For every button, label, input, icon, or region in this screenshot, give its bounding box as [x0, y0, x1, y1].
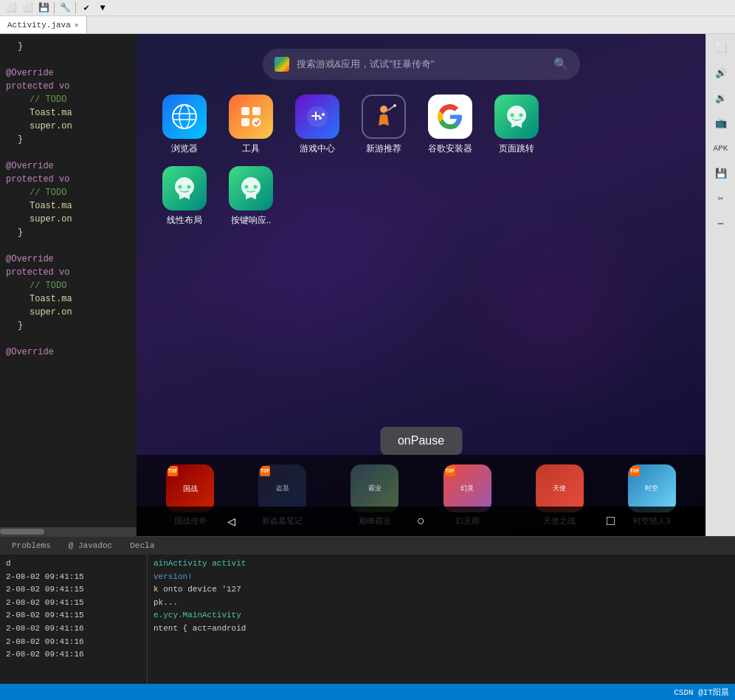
browser-icon: [162, 95, 207, 139]
app-page-jump[interactable]: 页面跳转: [483, 95, 550, 155]
code-line: }: [0, 133, 137, 146]
tab-problems[interactable]: Problems: [6, 540, 57, 552]
screen-btn[interactable]: 📺: [711, 113, 731, 134]
status-left: [6, 687, 11, 696]
log-left-line: d: [6, 557, 141, 571]
on-pause-overlay: onPause: [380, 427, 462, 455]
tools-label: 工具: [242, 143, 260, 155]
log-area: d 2-08-02 09:41:15 2-08-02 09:41:15 2-08…: [0, 555, 735, 684]
log-right-2: version!: [153, 571, 729, 584]
code-line: [0, 332, 137, 346]
svg-rect-6: [241, 118, 249, 126]
code-line: // TODO: [0, 279, 137, 292]
app-button-response[interactable]: 按键响应..: [218, 166, 284, 227]
app-game-center[interactable]: 游戏中心: [284, 95, 351, 155]
svg-rect-4: [241, 107, 249, 115]
search-bar[interactable]: 搜索游戏&应用，试试"狂暴传奇" 🔍: [263, 49, 580, 80]
code-panel: } @Override protected vo // TODO Toast.m…: [0, 34, 137, 536]
log-right-3: k onto device '127: [153, 583, 729, 597]
timestamp: 2-08-02 09:41:16: [6, 637, 84, 646]
toolbar-sep-2: [75, 2, 76, 14]
app-new-games[interactable]: 新游推荐: [351, 95, 417, 155]
browser-label: 浏览器: [171, 143, 198, 155]
tab-close-icon[interactable]: ✕: [75, 21, 79, 30]
timestamp: 2-08-02 09:41:15: [6, 611, 84, 620]
svg-point-17: [179, 185, 182, 189]
svg-point-12: [319, 117, 322, 120]
code-line: super.on: [0, 306, 137, 319]
toolbar-icon-2[interactable]: ⬜: [21, 1, 34, 15]
app-tools[interactable]: 工具: [218, 95, 284, 155]
dock-icon-game1: 国战 TOF: [166, 464, 214, 512]
svg-rect-10: [315, 111, 317, 120]
dock-icon-game4: 幻灵 TOF: [444, 464, 491, 512]
tab-declaration[interactable]: Decla: [124, 540, 160, 552]
search-logo-icon: [275, 57, 289, 72]
tab-javadoc[interactable]: @ Javadoc: [63, 540, 118, 552]
code-line-protected3: protected vo: [0, 266, 137, 279]
code-line: }: [0, 40, 137, 53]
h-scroll-thumb[interactable]: [0, 529, 44, 535]
volume-down-btn[interactable]: 🔉: [711, 88, 731, 109]
game-center-label: 游戏中心: [300, 143, 335, 155]
app-browser[interactable]: 浏览器: [151, 95, 218, 155]
code-h-scroll[interactable]: [0, 527, 137, 536]
app-linear-layout[interactable]: 线性布局: [151, 166, 218, 227]
tab-activity-java[interactable]: Activity.java ✕: [0, 16, 87, 33]
toolbar-sep-1: [54, 2, 55, 14]
timestamp: 2-08-02 09:41:16: [6, 650, 84, 659]
upload-apk-btn[interactable]: APK: [711, 138, 731, 159]
log-right-5: e.ycy.MainActivity: [153, 609, 729, 622]
svg-point-14: [393, 104, 396, 107]
code-line: [0, 239, 137, 253]
page-jump-label: 页面跳转: [499, 143, 534, 155]
svg-point-19: [245, 185, 249, 189]
log-right-panel: ainActivity activit version! k onto devi…: [148, 555, 735, 684]
code-line: @Override: [0, 159, 137, 173]
clipboard-btn[interactable]: ✂: [711, 188, 731, 209]
log-left-panel: d 2-08-02 09:41:15 2-08-02 09:41:15 2-08…: [0, 555, 148, 684]
code-line: [0, 53, 137, 66]
code-line: [0, 146, 137, 159]
toolbar-save[interactable]: 💾: [37, 1, 50, 15]
code-line: @Override: [0, 346, 137, 359]
code-line: @Override: [0, 66, 137, 80]
google-icon: [428, 95, 472, 139]
svg-point-11: [322, 113, 325, 116]
status-right: CSDN @IT阳晨: [674, 687, 729, 698]
nav-recent[interactable]: □: [607, 514, 615, 529]
toolbar-check[interactable]: ✔: [80, 1, 93, 15]
new-games-icon: [362, 95, 406, 139]
log-time-1: 2-08-02 09:41:15: [6, 571, 141, 584]
code-line: super.on: [0, 213, 137, 226]
svg-point-13: [380, 106, 387, 113]
dock-icon-game2: 盗墓 TOF: [258, 464, 306, 512]
code-line: Toast.ma: [0, 199, 137, 213]
code-line: // TODO: [0, 186, 137, 199]
toolbar-dropdown[interactable]: ▼: [96, 1, 109, 15]
log-right-1: ainActivity activit: [153, 557, 729, 571]
more-btn[interactable]: ⋯: [711, 213, 731, 234]
svg-point-1: [179, 105, 190, 128]
svg-point-15: [511, 114, 514, 117]
page-jump-icon: [494, 95, 539, 139]
toolbar-tools[interactable]: 🔧: [58, 1, 72, 15]
log-time-6: 2-08-02 09:41:16: [6, 636, 141, 649]
app-google[interactable]: 谷歌安装器: [417, 95, 483, 155]
nav-home[interactable]: ○: [417, 514, 425, 529]
screenshot-btn[interactable]: ⬜: [711, 38, 731, 58]
top-toolbar: ⬜ ⬜ 💾 🔧 ✔ ▼: [0, 0, 735, 16]
code-line: }: [0, 319, 137, 332]
status-bar: CSDN @IT阳晨: [0, 684, 735, 700]
search-input[interactable]: 搜索游戏&应用，试试"狂暴传奇": [297, 58, 553, 71]
tab-label: Activity.java: [7, 21, 71, 30]
button-response-label: 按键响应..: [231, 214, 272, 227]
bottom-panel: Problems @ Javadoc Decla d 2-08-02 09:41…: [0, 536, 735, 684]
search-icon[interactable]: 🔍: [553, 57, 568, 72]
volume-up-btn[interactable]: 🔊: [711, 63, 731, 83]
storage-btn[interactable]: 💾: [711, 163, 731, 184]
toolbar-icon-1[interactable]: ⬜: [4, 1, 18, 15]
log-time-3: 2-08-02 09:41:15: [6, 597, 141, 610]
nav-back[interactable]: ◁: [227, 513, 235, 529]
svg-point-16: [520, 114, 523, 117]
